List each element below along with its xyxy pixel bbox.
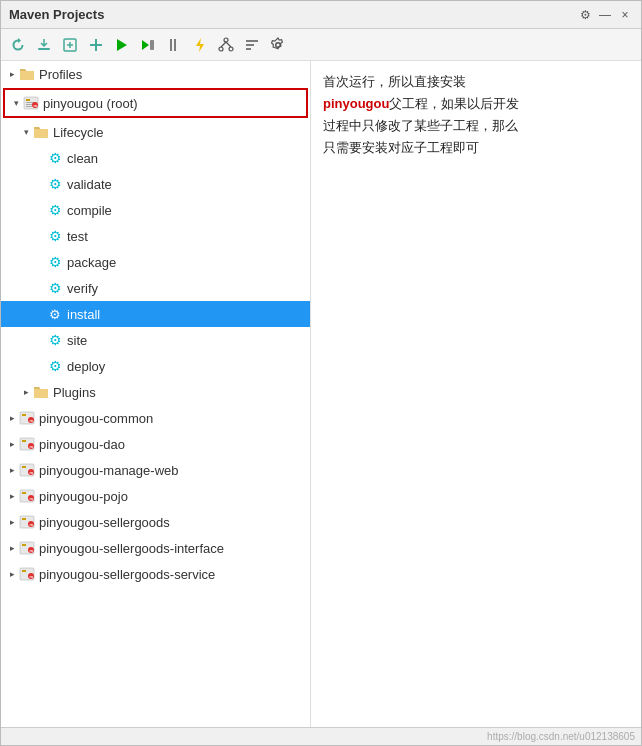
pinyougou-common-label: pinyougou-common [39,411,153,426]
toolbar [1,29,641,61]
annotation-line2-rest: 父工程，如果以后开发 [389,96,519,111]
lifecycle-toggle[interactable] [19,125,33,139]
svg-text:m: m [30,574,34,579]
header-icons: ⚙ — × [577,7,633,23]
pinyougou-root-label: pinyougou (root) [43,96,138,111]
pinyougou-dao-label: pinyougou-dao [39,437,125,452]
gear-site-icon: ⚙ [47,332,63,348]
pinyougou-dao-toggle[interactable] [5,437,19,451]
folder-icon [19,66,35,82]
maven-sellergoods-service-icon: m [19,566,35,582]
tree-item-package[interactable]: ⚙ package [1,249,310,275]
toggle-offline-button[interactable] [163,34,185,56]
plugins-toggle[interactable] [19,385,33,399]
tree-item-pinyougou-dao[interactable]: m pinyougou-dao [1,431,310,457]
config-button[interactable] [267,34,289,56]
generate-sources-button[interactable] [59,34,81,56]
tree-item-pinyougou-sellergoods[interactable]: m pinyougou-sellergoods [1,509,310,535]
package-label: package [67,255,116,270]
gear-deploy-icon: ⚙ [47,358,63,374]
profiles-toggle[interactable] [5,67,19,81]
tree-item-pinyougou-sellergoods-service[interactable]: m pinyougou-sellergoods-service [1,561,310,587]
svg-line-15 [221,42,226,47]
verify-label: verify [67,281,98,296]
tree-item-pinyougou-sellergoods-interface[interactable]: m pinyougou-sellergoods-interface [1,535,310,561]
pinyougou-common-toggle[interactable] [5,411,19,425]
gear-clean-icon: ⚙ [47,150,63,166]
svg-marker-11 [196,38,204,52]
panel-title: Maven Projects [9,7,104,22]
pinyougou-sellergoods-service-toggle[interactable] [5,567,19,581]
lightning-button[interactable] [189,34,211,56]
site-toggle [33,333,47,347]
tree-item-pinyougou-root[interactable]: m pinyougou (root) [5,90,306,116]
svg-text:m: m [34,103,38,108]
maven-projects-panel: Maven Projects ⚙ — × [0,0,642,746]
tree-item-verify[interactable]: ⚙ verify [1,275,310,301]
tree-item-site[interactable]: ⚙ site [1,327,310,353]
test-label: test [67,229,88,244]
tree-item-install[interactable]: ⚙ install [1,301,310,327]
close-icon[interactable]: × [617,7,633,23]
gear-validate-icon: ⚙ [47,176,63,192]
tree-item-pinyougou-common[interactable]: m pinyougou-common [1,405,310,431]
tree-item-compile[interactable]: ⚙ compile [1,197,310,223]
gear-compile-icon: ⚙ [47,202,63,218]
pinyougou-manage-web-toggle[interactable] [5,463,19,477]
download-sources-button[interactable] [33,34,55,56]
run-button[interactable] [111,34,133,56]
tree-panel: Profiles m pinyougou (root [1,61,311,727]
svg-rect-0 [38,48,50,50]
validate-toggle [33,177,47,191]
tree-item-pinyougou-pojo[interactable]: m pinyougou-pojo [1,483,310,509]
sort-button[interactable] [241,34,263,56]
pinyougou-sellergoods-interface-toggle[interactable] [5,541,19,555]
pinyougou-sellergoods-service-label: pinyougou-sellergoods-service [39,567,215,582]
tree-item-pinyougou-manage-web[interactable]: m pinyougou-manage-web [1,457,310,483]
settings-icon[interactable]: ⚙ [577,7,593,23]
compile-label: compile [67,203,112,218]
tree-button[interactable] [215,34,237,56]
pinyougou-root-toggle[interactable] [9,96,23,110]
refresh-button[interactable] [7,34,29,56]
package-toggle [33,255,47,269]
maven-common-icon: m [19,410,35,426]
add-button[interactable] [85,34,107,56]
watermark-text: https://blog.csdn.net/u012138605 [487,731,635,742]
pinyougou-manage-web-label: pinyougou-manage-web [39,463,178,478]
svg-point-12 [224,38,228,42]
annotation-line3: 过程中只修改了某些子工程，那么 [323,115,629,137]
clean-toggle [33,151,47,165]
svg-text:m: m [30,444,34,449]
pin-icon[interactable]: — [597,7,613,23]
tree-item-plugins[interactable]: Plugins [1,379,310,405]
svg-text:m: m [30,470,34,475]
tree-item-clean[interactable]: ⚙ clean [1,145,310,171]
run-maven-button[interactable] [137,34,159,56]
install-label: install [67,307,100,322]
annotation-bold: pinyougou [323,96,389,111]
maven-manage-web-icon: m [19,462,35,478]
compile-toggle [33,203,47,217]
tree-item-lifecycle[interactable]: Lifecycle [1,119,310,145]
maven-sellergoods-interface-icon: m [19,540,35,556]
pinyougou-pojo-toggle[interactable] [5,489,19,503]
svg-text:m: m [30,522,34,527]
lifecycle-folder-icon [33,124,49,140]
deploy-toggle [33,359,47,373]
annotation-line1: 首次运行，所以直接安装 [323,71,629,93]
clean-label: clean [67,151,98,166]
pinyougou-sellergoods-label: pinyougou-sellergoods [39,515,170,530]
tree-item-test[interactable]: ⚙ test [1,223,310,249]
svg-marker-6 [117,39,127,51]
gear-verify-icon: ⚙ [47,280,63,296]
install-toggle [33,307,47,321]
tree-item-validate[interactable]: ⚙ validate [1,171,310,197]
pinyougou-sellergoods-toggle[interactable] [5,515,19,529]
tree-item-profiles[interactable]: Profiles [1,61,310,87]
tree-item-deploy[interactable]: ⚙ deploy [1,353,310,379]
svg-text:m: m [30,418,34,423]
gear-install-icon: ⚙ [47,306,63,322]
pinyougou-sellergoods-interface-label: pinyougou-sellergoods-interface [39,541,224,556]
lifecycle-label: Lifecycle [53,125,104,140]
